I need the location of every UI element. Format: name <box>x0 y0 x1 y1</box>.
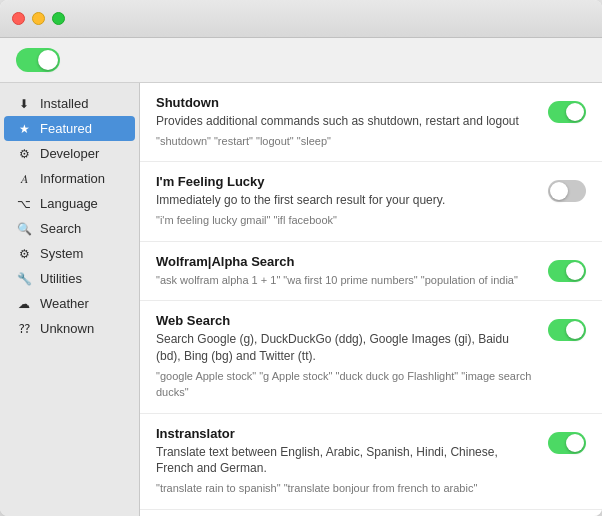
featured-icon: ★ <box>16 122 32 136</box>
sidebar-label-installed: Installed <box>40 96 88 111</box>
sidebar-label-weather: Weather <box>40 296 89 311</box>
app-window: ⬇ Installed ★ Featured ⚙ Developer 𝐴 Inf… <box>0 0 602 516</box>
plugin-examples-instranslator: "translate rain to spanish" "translate b… <box>156 480 536 497</box>
language-icon: ⌥ <box>16 197 32 211</box>
content-panel: Shutdown Provides additional commands su… <box>140 83 602 516</box>
system-icon: ⚙ <box>16 247 32 261</box>
sidebar-item-system[interactable]: ⚙ System <box>4 241 135 266</box>
plugin-name-wolfram: Wolfram|Alpha Search <box>156 254 536 269</box>
plugin-text-feeling-lucky: I'm Feeling Lucky Immediately go to the … <box>156 174 536 228</box>
plugin-desc-web-search: Search Google (g), DuckDuckGo (ddg), Goo… <box>156 331 536 365</box>
plugin-text-instranslator: Instranslator Translate text between Eng… <box>156 426 536 497</box>
plugin-text-shutdown: Shutdown Provides additional commands su… <box>156 95 536 149</box>
plugin-name-instranslator: Instranslator <box>156 426 536 441</box>
unknown-icon: ⁇ <box>16 322 32 336</box>
information-icon: 𝐴 <box>16 172 32 186</box>
sidebar-label-featured: Featured <box>40 121 92 136</box>
sidebar-label-language: Language <box>40 196 98 211</box>
plugin-toggle-shutdown[interactable] <box>548 101 586 123</box>
plugin-desc-feeling-lucky: Immediately go to the first search resul… <box>156 192 536 209</box>
sidebar-label-developer: Developer <box>40 146 99 161</box>
plugin-text-web-search: Web Search Search Google (g), DuckDuckGo… <box>156 313 536 401</box>
sidebar-item-installed[interactable]: ⬇ Installed <box>4 91 135 116</box>
plugin-item-instranslator: Instranslator Translate text between Eng… <box>140 414 602 510</box>
sidebar-item-language[interactable]: ⌥ Language <box>4 191 135 216</box>
plugin-toggle-instranslator[interactable] <box>548 432 586 454</box>
plugin-item-wolfram: Wolfram|Alpha Search "ask wolfram alpha … <box>140 242 602 302</box>
enable-spotlight-toggle[interactable] <box>16 48 60 72</box>
titlebar <box>0 0 602 38</box>
plugin-toggle-web-search[interactable] <box>548 319 586 341</box>
toggle-switch-instranslator[interactable] <box>548 432 586 454</box>
plugin-item-feeling-lucky: I'm Feeling Lucky Immediately go to the … <box>140 162 602 241</box>
minimize-button[interactable] <box>32 12 45 25</box>
sidebar-item-weather[interactable]: ☁ Weather <box>4 291 135 316</box>
plugin-toggle-feeling-lucky[interactable] <box>548 180 586 202</box>
plugin-item-shutdown: Shutdown Provides additional commands su… <box>140 83 602 162</box>
plugin-name-web-search: Web Search <box>156 313 536 328</box>
toggle-switch-shutdown[interactable] <box>548 101 586 123</box>
close-button[interactable] <box>12 12 25 25</box>
sidebar-label-system: System <box>40 246 83 261</box>
developer-icon: ⚙ <box>16 147 32 161</box>
installed-icon: ⬇ <box>16 97 32 111</box>
sidebar-label-unknown: Unknown <box>40 321 94 336</box>
plugin-examples-web-search: "google Apple stock" "g Apple stock" "du… <box>156 368 536 401</box>
sidebar-item-featured[interactable]: ★ Featured <box>4 116 135 141</box>
toggle-switch-wolfram[interactable] <box>548 260 586 282</box>
enable-bar <box>0 38 602 83</box>
sidebar-item-utilities[interactable]: 🔧 Utilities <box>4 266 135 291</box>
plugin-examples-wolfram: "ask wolfram alpha 1 + 1" "wa first 10 p… <box>156 272 536 289</box>
main-content: ⬇ Installed ★ Featured ⚙ Developer 𝐴 Inf… <box>0 83 602 516</box>
sidebar-label-information: Information <box>40 171 105 186</box>
sidebar-label-utilities: Utilities <box>40 271 82 286</box>
sidebar: ⬇ Installed ★ Featured ⚙ Developer 𝐴 Inf… <box>0 83 140 516</box>
plugin-name-feeling-lucky: I'm Feeling Lucky <box>156 174 536 189</box>
plugin-item-weather: Weather View the forecast in Spotlight. … <box>140 510 602 516</box>
sidebar-label-search: Search <box>40 221 81 236</box>
sidebar-item-developer[interactable]: ⚙ Developer <box>4 141 135 166</box>
plugin-desc-shutdown: Provides additional commands such as shu… <box>156 113 536 130</box>
plugin-desc-instranslator: Translate text between English, Arabic, … <box>156 444 536 478</box>
utilities-icon: 🔧 <box>16 272 32 286</box>
plugin-examples-shutdown: "shutdown" "restart" "logout" "sleep" <box>156 133 536 150</box>
sidebar-item-unknown[interactable]: ⁇ Unknown <box>4 316 135 341</box>
maximize-button[interactable] <box>52 12 65 25</box>
plugin-toggle-wolfram[interactable] <box>548 260 586 282</box>
plugin-text-wolfram: Wolfram|Alpha Search "ask wolfram alpha … <box>156 254 536 289</box>
weather-icon: ☁ <box>16 297 32 311</box>
sidebar-item-information[interactable]: 𝐴 Information <box>4 166 135 191</box>
search-icon: 🔍 <box>16 222 32 236</box>
sidebar-item-search[interactable]: 🔍 Search <box>4 216 135 241</box>
plugin-item-web-search: Web Search Search Google (g), DuckDuckGo… <box>140 301 602 414</box>
toggle-switch-feeling-lucky[interactable] <box>548 180 586 202</box>
traffic-lights <box>12 12 65 25</box>
toggle-switch-web-search[interactable] <box>548 319 586 341</box>
plugin-examples-feeling-lucky: "i'm feeling lucky gmail" "ifl facebook" <box>156 212 536 229</box>
plugin-name-shutdown: Shutdown <box>156 95 536 110</box>
